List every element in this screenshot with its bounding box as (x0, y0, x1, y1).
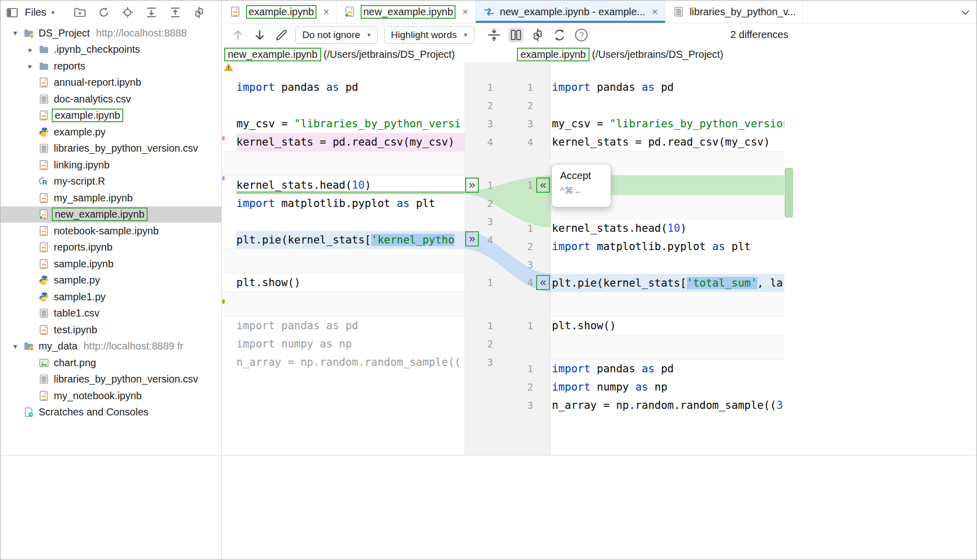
tree-item-my-data[interactable]: ▾my_datahttp://localhost:8889 fr (1, 338, 221, 355)
line-number: 1 (519, 360, 533, 378)
line-number: 3 (479, 213, 493, 231)
tree-item-example-py[interactable]: example.py (1, 124, 221, 141)
tree-item-doc-analytics-csv[interactable]: doc-analytics.csv (1, 91, 221, 108)
code-line: plt.show() (236, 273, 465, 292)
notebook-icon (38, 241, 50, 253)
tool-window-icon[interactable] (6, 6, 19, 19)
diff-area: import pandas as pdmy_csv = "libraries_b… (222, 62, 794, 455)
tree-item-my-script-r[interactable]: Rmy-script.R (1, 173, 221, 190)
line-number: 2 (479, 194, 493, 213)
chevron-down-icon[interactable]: ▾ (8, 342, 23, 351)
line-number: 1 (479, 176, 493, 194)
tab-overflow-chevron-icon[interactable] (959, 6, 971, 18)
tree-item-my-sample-ipynb[interactable]: my_sample.ipynb (1, 190, 221, 206)
tree-item-example-ipynb[interactable]: example.ipynb (1, 108, 221, 124)
tree-item-label: sample.ipynb (54, 258, 114, 270)
tab-new-example-ipynb-example[interactable]: new_example.ipynb - example...× (476, 1, 666, 23)
tree-item-notebook-sample-ipynb[interactable]: notebook-sample.ipynb (1, 223, 221, 239)
expand-all-button[interactable] (145, 6, 158, 19)
tree-item-new-example-ipynb[interactable]: new_example.ipynb (1, 206, 221, 223)
tab-libraries-by-python-v[interactable]: libraries_by_python_v... (666, 1, 804, 23)
apply-change-left-button[interactable]: « (536, 275, 550, 290)
line-number: 1 (519, 317, 533, 335)
notebook-icon (38, 225, 50, 237)
tab-label: libraries_by_python_v... (689, 6, 796, 18)
apply-change-left-button[interactable]: « (536, 178, 550, 193)
cell-separator (222, 151, 465, 176)
swap-sides-icon[interactable] (552, 27, 567, 43)
tree-item-label: sample1.py (54, 291, 106, 303)
close-tab-icon[interactable]: × (462, 6, 468, 18)
warning-icon[interactable] (224, 63, 233, 72)
tree-item-chart-png[interactable]: chart.png (1, 355, 221, 371)
insert-change-marker[interactable] (785, 168, 793, 218)
chevron-right-icon[interactable]: ▸ (23, 61, 38, 71)
tooltip-title: Accept (560, 170, 603, 182)
help-icon[interactable]: ? (574, 27, 589, 43)
diff-pane-headers: new_example.ipynb (/Users/jetbrains/DS_P… (222, 46, 794, 62)
left-diff-pane[interactable]: import pandas as pdmy_csv = "libraries_b… (222, 62, 465, 455)
close-tab-icon[interactable]: × (652, 6, 658, 18)
tree-item-reports[interactable]: ▸reports (1, 58, 221, 75)
chevron-down-icon[interactable]: ▾ (8, 28, 23, 38)
highlight-policy-button[interactable]: Highlight words ▾ (384, 26, 474, 44)
diff-settings-icon[interactable] (530, 27, 545, 43)
next-difference-icon[interactable] (252, 27, 267, 43)
tree-item-table1-csv[interactable]: table1.csv (1, 305, 221, 322)
tree-item-reports-ipynb[interactable]: reports.ipynb (1, 239, 221, 256)
right-diff-pane[interactable]: import pandas as pdmy_csv = "libraries_b… (551, 62, 784, 455)
apply-change-right-button[interactable]: » (465, 231, 479, 247)
chevron-down-icon[interactable]: ▾ (51, 9, 55, 16)
csv-icon (38, 307, 50, 319)
tab-example-ipynb[interactable]: example.ipynb× (222, 1, 337, 23)
code-line: import numpy as np (236, 335, 465, 353)
code-line: import numpy as np (551, 378, 784, 396)
code-line: import pandas as pd (551, 78, 784, 96)
line-number: 1 (519, 78, 533, 96)
editor-tab-bar: example.ipynb×new_example.ipynb×new_exam… (222, 1, 976, 23)
sync-button[interactable] (97, 6, 111, 19)
left-file-name: new_example.ipynb (224, 48, 321, 61)
tree-item-label: annual-report.ipynb (54, 77, 141, 88)
tree-item-label: notebook-sample.ipynb (54, 225, 159, 237)
tree-item-label: table1.csv (54, 307, 99, 319)
python-icon (38, 126, 50, 138)
chevron-right-icon[interactable]: ▸ (23, 45, 38, 54)
tooltip-shortcut: ^⌘← (560, 185, 603, 196)
tree-item-linking-ipynb[interactable]: linking.ipynb (1, 157, 221, 173)
collapse-all-button[interactable] (168, 6, 182, 19)
tree-item-sample-ipynb[interactable]: sample.ipynb (1, 256, 221, 272)
files-tool-window: Files ▾ ▾DS_Projecthttp://localhost:8888… (1, 1, 222, 560)
close-tab-icon[interactable]: × (323, 6, 329, 18)
locate-button[interactable] (121, 6, 134, 19)
tree-item-scratches-and-consoles[interactable]: Scratches and Consoles (1, 404, 221, 421)
apply-change-right-button[interactable]: » (465, 178, 479, 193)
code-line: my_csv = "libraries_by_python_version (551, 115, 784, 133)
code-line: import pandas as pd (236, 78, 465, 96)
files-title[interactable]: Files (25, 7, 46, 18)
tree-item-sample-py[interactable]: sample.py (1, 272, 221, 289)
tree-item-ds-project[interactable]: ▾DS_Projecthttp://localhost:8888 (1, 25, 221, 42)
edit-source-icon[interactable] (274, 27, 289, 43)
tree-item-ipynb-checkpoints[interactable]: ▸.ipynb_checkpoints (1, 42, 221, 58)
line-number: 1 (479, 78, 493, 96)
code-line: my_csv = "libraries_by_python_versi (236, 115, 465, 133)
tab-new-example-ipynb[interactable]: new_example.ipynb× (337, 1, 476, 23)
add-folder-button[interactable] (73, 6, 87, 19)
notebook-icon (38, 324, 50, 336)
settings-button[interactable] (192, 6, 206, 19)
tree-item-suffix: http://localhost:8888 (96, 27, 187, 39)
tree-item-sample1-py[interactable]: sample1.py (1, 289, 221, 305)
folder-icon (38, 44, 50, 55)
notebook-icon (229, 6, 241, 18)
tree-item-my-notebook-ipynb[interactable]: my_notebook.ipynb (1, 388, 221, 404)
side-by-side-layout-icon[interactable] (508, 27, 524, 43)
tree-item-test-ipynb[interactable]: test.ipynb (1, 322, 221, 338)
ignore-policy-button[interactable]: Do not ignore ▾ (295, 26, 378, 44)
tree-item-annual-report-ipynb[interactable]: annual-report.ipynb (1, 75, 221, 91)
tree-item-libraries-by-python-version-csv[interactable]: libraries_by_python_version.csv (1, 371, 221, 388)
line-number: 3 (479, 353, 493, 371)
svg-text:?: ? (579, 30, 584, 39)
collapse-unchanged-icon[interactable] (486, 27, 502, 43)
tree-item-libraries-by-python-version-csv[interactable]: libraries_by_python_version.csv (1, 141, 221, 157)
